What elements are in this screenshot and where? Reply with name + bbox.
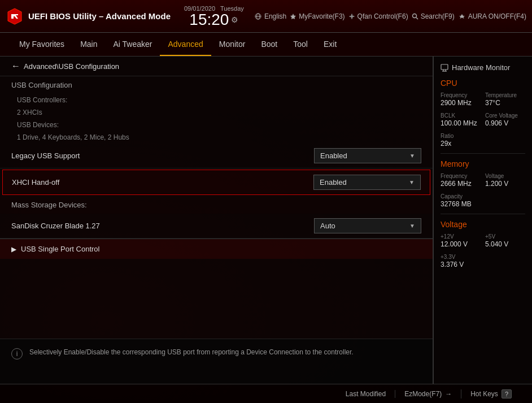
divider-1 <box>441 153 525 154</box>
hot-keys-label: Hot Keys <box>470 390 498 398</box>
memory-section-title: Memory <box>441 159 525 168</box>
v12-label: +12V <box>441 233 481 240</box>
xhci-handoff-dropdown-value: Enabled <box>320 178 347 187</box>
hot-keys-key[interactable]: ? <box>502 389 512 398</box>
mem-voltage-label: Voltage <box>485 173 525 179</box>
expand-arrow-icon: ▶ <box>11 245 16 253</box>
controllers-label: USB Controllers: <box>17 96 67 104</box>
info-text: Selectively Enable/Disable the correspon… <box>29 347 354 357</box>
bclk-item: BCLK 100.00 MHz <box>441 112 481 127</box>
v12-value: 12.000 V <box>441 240 481 248</box>
topbar-right: 09/01/2020 Tuesday 15:20 ⚙ English MyFav… <box>183 5 526 28</box>
nav-bar: My Favorites Main Ai Tweaker Advanced Mo… <box>0 33 532 57</box>
search-label: Search(F9) <box>421 12 455 20</box>
sandisk-label: SanDisk Cruzer Blade 1.27 <box>11 222 314 230</box>
sandisk-value[interactable]: Auto ▼ <box>314 218 421 233</box>
star-icon <box>290 13 296 20</box>
search-btn[interactable]: Search(F9) <box>412 12 455 20</box>
usb-single-port-label: USB Single Port Control <box>21 245 99 253</box>
ez-mode-label: EzMode(F7) <box>404 390 442 398</box>
legacy-usb-dropdown[interactable]: Enabled ▼ <box>314 148 421 163</box>
my-favorite-label: MyFavorite(F3) <box>299 12 345 20</box>
nav-tool[interactable]: Tool <box>285 33 316 56</box>
ratio-label: Ratio <box>441 133 525 139</box>
bclk-value: 100.00 MHz <box>441 119 481 127</box>
nav-exit[interactable]: Exit <box>316 33 345 56</box>
cpu-section-title: CPU <box>441 79 525 88</box>
ez-mode-item[interactable]: EzMode(F7) → <box>395 390 461 398</box>
devices-label: USB Devices: <box>17 121 59 129</box>
status-bar: Last Modified EzMode(F7) → Hot Keys ? <box>0 384 532 403</box>
legacy-usb-value[interactable]: Enabled ▼ <box>314 148 421 163</box>
mem-capacity-label: Capacity <box>441 193 525 200</box>
search-icon <box>412 13 418 20</box>
qfan-label: Qfan Control(F6) <box>357 12 408 20</box>
devices-value: 1 Drive, 4 Keyboards, 2 Mice, 2 Hubs <box>17 133 129 141</box>
aura-label: AURA ON/OFF(F4) <box>468 12 526 20</box>
legacy-usb-label: Legacy USB Support <box>11 151 314 160</box>
usb-single-port-row[interactable]: ▶ USB Single Port Control <box>0 239 433 259</box>
logo-area: UEFI BIOS Utility – Advanced Mode <box>6 7 171 25</box>
time-display: 15:20 ⚙ <box>189 12 238 28</box>
v5-label: +5V <box>485 233 525 240</box>
hot-keys-item[interactable]: Hot Keys ? <box>461 389 521 398</box>
rog-logo-icon <box>6 7 24 25</box>
xhci-handoff-dropdown[interactable]: Enabled ▼ <box>313 175 421 190</box>
core-voltage-item: Core Voltage 0.906 V <box>485 112 525 127</box>
v33-label: +3.3V <box>441 254 525 260</box>
svg-point-5 <box>412 14 416 18</box>
last-modified-label: Last Modified <box>346 390 386 398</box>
nav-ai-tweaker[interactable]: Ai Tweaker <box>105 33 160 56</box>
mem-voltage-item: Voltage 1.200 V <box>485 173 525 188</box>
svg-rect-7 <box>441 64 448 70</box>
mem-capacity-item: Capacity 32768 MB <box>441 193 525 208</box>
info-area: i Selectively Enable/Disable the corresp… <box>0 339 433 384</box>
xhci-handoff-value[interactable]: Enabled ▼ <box>313 175 421 190</box>
nav-boot[interactable]: Boot <box>253 33 285 56</box>
aura-btn[interactable]: AURA ON/OFF(F4) <box>458 12 526 20</box>
ez-mode-arrow: → <box>445 390 452 398</box>
time-gear-icon[interactable]: ⚙ <box>231 16 238 24</box>
legacy-usb-dropdown-value: Enabled <box>320 151 347 160</box>
breadcrumb-path: Advanced\USB Configuration <box>24 62 119 71</box>
content-area[interactable]: USB Configuration USB Controllers: 2 XHC… <box>0 76 433 339</box>
sandisk-dropdown-arrow: ▼ <box>409 223 415 229</box>
nav-my-favorites[interactable]: My Favorites <box>11 33 72 56</box>
back-arrow-icon[interactable]: ← <box>11 61 20 71</box>
mem-freq-label: Frequency <box>441 173 481 179</box>
cpu-freq-temp-grid: Frequency 2900 MHz Temperature 37°C <box>441 92 525 107</box>
mem-capacity-value: 32768 MB <box>441 200 525 208</box>
my-favorite-btn[interactable]: MyFavorite(F3) <box>290 12 345 20</box>
controllers-value: 2 XHCIs <box>17 109 42 116</box>
time-text: 15:20 <box>189 12 229 28</box>
svg-marker-3 <box>290 14 296 19</box>
cpu-temp-label: Temperature <box>485 92 525 98</box>
fan-icon <box>348 13 355 20</box>
v12-v5-grid: +12V 12.000 V +5V 5.040 V <box>441 233 525 248</box>
v33-item: +3.3V 3.376 V <box>441 254 525 268</box>
language-label: English <box>264 12 286 20</box>
core-voltage-label: Core Voltage <box>485 112 525 119</box>
nav-advanced[interactable]: Advanced <box>160 33 211 56</box>
nav-main[interactable]: Main <box>72 33 105 56</box>
language-btn[interactable]: English <box>254 12 286 20</box>
cpu-freq-label: Frequency <box>441 92 481 98</box>
last-modified-item: Last Modified <box>337 390 395 398</box>
divider-2 <box>441 214 525 214</box>
v33-value: 3.376 V <box>441 261 525 268</box>
sandisk-dropdown[interactable]: Auto ▼ <box>314 218 421 233</box>
nav-monitor[interactable]: Monitor <box>211 33 254 56</box>
main-area: ← Advanced\USB Configuration USB Configu… <box>0 57 532 384</box>
svg-line-6 <box>416 18 418 19</box>
monitor-icon <box>441 64 448 72</box>
xhci-handoff-label: XHCI Hand-off <box>12 178 313 187</box>
qfan-btn[interactable]: Qfan Control(F6) <box>348 12 408 20</box>
legacy-usb-row: Legacy USB Support Enabled ▼ <box>0 144 433 168</box>
hw-monitor-label: Hardware Monitor <box>452 63 510 72</box>
xhci-handoff-row: XHCI Hand-off Enabled ▼ <box>2 170 430 195</box>
mem-voltage-value: 1.200 V <box>485 180 525 188</box>
bclk-label: BCLK <box>441 112 481 119</box>
app-title: UEFI BIOS Utility – Advanced Mode <box>28 11 171 21</box>
legacy-usb-dropdown-arrow: ▼ <box>409 153 415 159</box>
controllers-value-row: 2 XHCIs <box>0 106 433 119</box>
